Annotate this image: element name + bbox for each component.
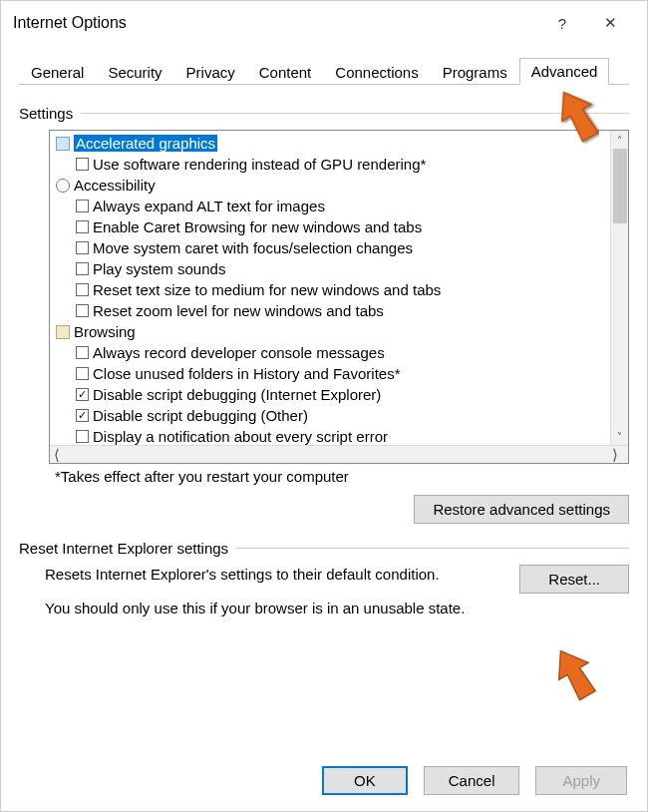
tree-item-label: Move system caret with focus/selection c… [93,239,413,256]
tree-item[interactable]: Move system caret with focus/selection c… [54,237,628,258]
restore-advanced-settings-button[interactable]: Restore advanced settings [414,495,629,524]
tree-item-label: Play system sounds [93,260,225,277]
tree-item[interactable]: Play system sounds [54,258,628,279]
tree-item[interactable]: Close unused folders in History and Favo… [54,363,628,384]
tab-advanced[interactable]: Advanced [519,58,610,85]
checkbox-icon[interactable] [76,262,89,275]
tree-category-label: Browsing [74,323,136,340]
settings-group-label: Settings [19,105,73,122]
tree-item[interactable]: Enable Caret Browsing for new windows an… [54,216,628,237]
reset-group-label: Reset Internet Explorer settings [19,540,228,557]
settings-tree[interactable]: Accelerated graphicsUse software renderi… [49,130,629,464]
scroll-thumb[interactable] [613,149,627,223]
tree-item[interactable]: Display a notification about every scrip… [54,426,628,445]
scroll-up-icon[interactable]: ˄ [611,131,628,149]
checkbox-icon[interactable] [76,158,89,171]
cancel-button[interactable]: Cancel [424,766,520,795]
title-bar: Internet Options ? ✕ [1,1,647,45]
divider [236,548,629,549]
tree-item-label: Disable script debugging (Other) [93,407,308,424]
tree-category[interactable]: Accelerated graphics [54,133,628,154]
tree-category-label: Accessibility [74,177,156,194]
help-icon[interactable]: ? [558,15,566,32]
brw-icon [56,325,70,339]
ok-button[interactable]: OK [322,766,408,795]
tree-item-label: Enable Caret Browsing for new windows an… [93,218,422,235]
checkbox-icon[interactable] [76,388,89,401]
checkbox-icon[interactable] [76,346,89,359]
tree-item-label: Always record developer console messages [93,344,385,361]
tree-item-label: Display a notification about every scrip… [93,428,388,445]
checkbox-icon[interactable] [76,241,89,254]
tree-item[interactable]: Always record developer console messages [54,342,628,363]
tab-programs[interactable]: Programs [431,59,519,85]
checkbox-icon[interactable] [76,367,89,380]
tab-privacy[interactable]: Privacy [174,59,247,85]
tree-item-label: Reset zoom level for new windows and tab… [93,302,384,319]
tab-connections[interactable]: Connections [323,59,430,85]
checkbox-icon[interactable] [76,200,89,212]
acc-icon [56,179,70,193]
checkbox-icon[interactable] [76,409,89,422]
horizontal-scrollbar[interactable]: ⟨ ⟩ [50,445,628,463]
tab-strip: GeneralSecurityPrivacyContentConnections… [19,53,629,85]
vertical-scrollbar[interactable]: ˄ ˅ [610,131,628,445]
divider [81,113,629,114]
tree-item[interactable]: Disable script debugging (Internet Explo… [54,384,628,405]
checkbox-icon[interactable] [76,220,89,233]
annotation-arrow-icon [552,645,596,703]
tree-item[interactable]: Disable script debugging (Other) [54,405,628,426]
tab-security[interactable]: Security [96,59,173,85]
restart-footnote: *Takes effect after you restart your com… [55,468,629,485]
close-icon[interactable]: ✕ [604,14,617,32]
tree-item[interactable]: Always expand ALT text for images [54,196,628,216]
tab-general[interactable]: General [19,59,96,85]
internet-options-dialog: Internet Options ? ✕ GeneralSecurityPriv… [0,0,648,812]
checkbox-icon[interactable] [76,304,89,317]
tree-item[interactable]: Reset text size to medium for new window… [54,279,628,300]
tree-item-label: Always expand ALT text for images [93,198,325,214]
tab-content[interactable]: Content [247,59,324,85]
reset-button[interactable]: Reset... [519,565,629,594]
dialog-title: Internet Options [13,14,558,32]
tree-item-label: Close unused folders in History and Favo… [93,365,400,382]
gfx-icon [56,137,70,151]
tree-item-label: Disable script debugging (Internet Explo… [93,386,381,403]
tree-item[interactable]: Reset zoom level for new windows and tab… [54,300,628,321]
tree-item-label: Use software rendering instead of GPU re… [93,156,426,173]
tree-category[interactable]: Browsing [54,321,628,342]
checkbox-icon[interactable] [76,283,89,296]
scroll-down-icon[interactable]: ˅ [611,427,628,445]
tree-item-label: Reset text size to medium for new window… [93,281,441,298]
tree-category[interactable]: Accessibility [54,175,628,196]
scroll-right-icon[interactable]: ⟩ [606,446,624,464]
checkbox-icon[interactable] [76,430,89,443]
reset-warning-text: You should only use this if your browser… [45,600,629,616]
reset-description: Resets Internet Explorer's settings to t… [45,565,495,585]
dialog-button-row: OK Cancel Apply [322,766,627,795]
apply-button[interactable]: Apply [535,766,627,795]
tree-category-label: Accelerated graphics [74,135,217,152]
scroll-left-icon[interactable]: ⟨ [54,446,60,464]
tree-item[interactable]: Use software rendering instead of GPU re… [54,154,628,175]
